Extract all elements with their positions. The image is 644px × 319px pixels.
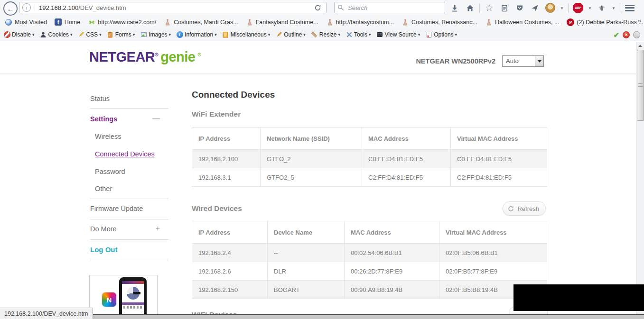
netgear-wordmark: NETGEAR <box>89 49 155 64</box>
bookmark-fantasycostum[interactable]: http://fantasycostum... <box>326 18 394 26</box>
table-row: 192.168.2.100 GTFO_2 C0:FF:D4:81:ED:F5 C… <box>192 150 547 168</box>
dropdown-caret-icon: ▾ <box>303 32 306 37</box>
scrollbar-thumb[interactable] <box>637 50 644 121</box>
dropdown-caret-icon: ▾ <box>32 32 35 37</box>
devtoolbar-options[interactable]: Options▾ <box>425 31 457 38</box>
pocket-icon[interactable] <box>514 2 525 14</box>
table-row: 192.168.2.150 BOGART 00:90:A9:B8:19:4B 0… <box>192 281 547 299</box>
pinterest-icon: P <box>567 18 574 26</box>
bug-addon-caret[interactable]: ▾ <box>611 6 616 10</box>
header-divider <box>0 73 636 74</box>
sidebar-divider <box>90 219 168 219</box>
bookmark-halloween-costumes[interactable]: Halloween Costumes, ... <box>485 18 559 26</box>
sidebar-item-log-out[interactable]: Log Out <box>90 246 168 254</box>
reading-list-icon[interactable] <box>499 2 510 14</box>
url-path: /DEV_device.htm <box>78 4 126 11</box>
sidebar-item-do-more[interactable]: Do More + <box>90 225 168 233</box>
back-button[interactable]: ← <box>3 1 18 16</box>
devtoolbar-forms[interactable]: Forms▾ <box>107 31 135 38</box>
sidebar-item-firmware-update[interactable]: Firmware Update <box>90 205 168 212</box>
column-header: Virtual MAC Address <box>451 128 547 150</box>
dropdown-caret-icon: ▾ <box>418 32 420 37</box>
registered-mark: ® <box>155 52 158 57</box>
bookmark-costumes-renaissance[interactable]: Costumes, Renaissanc... <box>401 18 477 26</box>
bug-addon-icon[interactable] <box>596 2 607 14</box>
devtoolbar-images[interactable]: Images▾ <box>140 31 171 38</box>
vertical-scrollbar[interactable] <box>636 42 644 319</box>
collapse-minus-icon[interactable]: — <box>152 114 160 123</box>
devtoolbar-cookies[interactable]: Cookies▾ <box>40 31 73 38</box>
devtoolbar-information[interactable]: i Information▾ <box>176 31 217 38</box>
bookmarks-overflow-chevron[interactable]: » <box>638 17 641 24</box>
mode-select[interactable]: Auto <box>502 55 544 67</box>
bookmark-most-visited[interactable]: Most Visited <box>5 18 47 26</box>
bookmark-home[interactable]: f Home <box>55 18 80 26</box>
bookmark-care2[interactable]: http://www.care2.com/ <box>88 18 156 26</box>
clipboard-orange-icon <box>107 31 114 38</box>
sidebar-item-password[interactable]: Password <box>90 168 173 175</box>
devtoolbar-view-source[interactable]: View Source▾ <box>376 31 420 38</box>
wifi-extender-heading: WiFi Extender <box>192 110 241 118</box>
bookmark-label: http://www.care2.com/ <box>98 19 156 26</box>
most-visited-folder-icon <box>5 18 12 26</box>
chevron-down-icon <box>538 60 541 63</box>
download-icon[interactable] <box>449 2 460 14</box>
refresh-button[interactable]: Refresh <box>503 201 546 216</box>
bookmark-label: Costumes, Renaissanc... <box>411 19 477 26</box>
valid-check-icon[interactable]: ✔ <box>613 31 619 38</box>
sidebar-item-wireless[interactable]: Wireless <box>90 133 173 140</box>
sidebar-item-connected-devices[interactable]: Connected Devices <box>90 150 173 158</box>
idle-status-icon[interactable] <box>633 31 640 38</box>
browser-window: ← i 192.168.2.100/DEV_device.htm ☆ <box>0 0 644 319</box>
select-dropdown-button[interactable] <box>535 56 543 66</box>
bookmark-costumes-mardi-gras[interactable]: Costumes, Mardi Gras... <box>164 18 238 26</box>
person-icon <box>40 31 47 38</box>
sidebar-item-other[interactable]: Other <box>90 185 173 192</box>
sidebar-item-status[interactable]: Status <box>90 95 168 102</box>
page-info-icon[interactable]: i <box>22 3 31 12</box>
devtoolbar-miscellaneous[interactable]: Miscellaneous▾ <box>222 31 271 38</box>
devtoolbar-tools[interactable]: Tools▾ <box>345 31 371 38</box>
devtoolbar-css[interactable]: CSS▾ <box>77 31 101 38</box>
greasemonkey-menu-caret[interactable]: ▾ <box>560 6 564 10</box>
adblock-menu-caret[interactable]: ▾ <box>588 6 592 10</box>
facebook-icon: f <box>55 18 62 26</box>
table-row: 192.168.2.6 DLR 00:26:2D:77:8F:E9 02:0F:… <box>192 262 547 281</box>
error-icon[interactable]: ✕ <box>623 31 630 38</box>
redaction-box <box>513 284 644 311</box>
dropdown-caret-icon: ▾ <box>455 32 457 37</box>
devtoolbar-status-icons: ✔ ✕ <box>613 28 640 41</box>
greasemonkey-icon[interactable] <box>544 2 556 14</box>
bookmark-debbie-parks[interactable]: P (2) Debbie Parks-Russ ... <box>567 18 643 26</box>
home-icon[interactable] <box>464 2 476 14</box>
bookmarks-toolbar: Most Visited f Home http://www.care2.com… <box>0 16 644 28</box>
send-tab-icon[interactable] <box>529 2 541 14</box>
adblock-plus-icon[interactable]: ABP <box>572 2 584 14</box>
notepad-icon <box>222 31 229 38</box>
search-bar[interactable] <box>334 2 445 13</box>
scrollbar-up-button[interactable] <box>636 42 644 49</box>
bookmark-star-icon[interactable]: ☆ <box>484 2 495 14</box>
sidebar-divider <box>90 239 168 240</box>
devtoolbar-disable[interactable]: Disable▾ <box>3 31 35 38</box>
bookmark-fantasyland-costume[interactable]: Fantasyland Costume... <box>246 18 318 26</box>
devtoolbar-resize[interactable]: Resize▾ <box>311 31 340 38</box>
expand-plus-icon[interactable]: + <box>156 224 160 233</box>
toolbar-icons: ☆ ▾ ABP ▾ ▾ <box>449 0 635 16</box>
menu-icon[interactable] <box>624 2 635 14</box>
wired-devices-table: IP Address Device Name MAC Address Virtu… <box>192 221 547 299</box>
back-arrow-icon: ← <box>7 5 14 13</box>
url-text[interactable]: 192.168.2.100/DEV_device.htm <box>39 4 312 11</box>
dropdown-caret-icon: ▾ <box>215 32 217 37</box>
browser-navbar: ← i 192.168.2.100/DEV_device.htm ☆ <box>0 0 644 16</box>
bookmark-label: Fantasyland Costume... <box>256 19 318 26</box>
page-content: NETGEAR®genie® NETGEAR WN2500RPv2 Auto S… <box>0 42 644 319</box>
sidebar-item-settings[interactable]: Settings — <box>90 115 168 123</box>
search-input[interactable] <box>347 4 442 12</box>
registered-mark: ® <box>197 52 201 57</box>
url-bar[interactable]: i 192.168.2.100/DEV_device.htm <box>19 2 327 13</box>
devtoolbar-outline[interactable]: Outline▾ <box>275 31 306 38</box>
reload-icon[interactable] <box>312 2 323 13</box>
column-header: IP Address <box>192 221 268 244</box>
wifi-extender-table: IP Address Network Name (SSID) MAC Addre… <box>192 127 547 187</box>
